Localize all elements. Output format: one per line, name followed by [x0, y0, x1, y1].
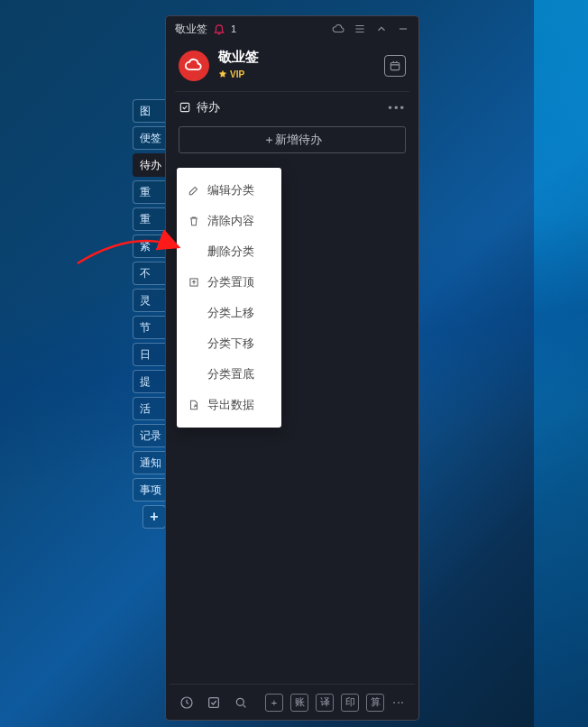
side-tab[interactable]: 重: [133, 180, 166, 204]
ctx-move-up[interactable]: 分类上移: [177, 298, 281, 328]
side-tab[interactable]: 不: [133, 262, 166, 285]
cloud-sync-icon[interactable]: [332, 23, 345, 35]
app-logo-icon: [179, 51, 209, 81]
more-vertical-icon[interactable]: ⋮: [391, 696, 406, 709]
ctx-pin-top[interactable]: 分类置顶: [177, 267, 281, 298]
ctx-edit-category[interactable]: 编辑分类: [177, 175, 281, 206]
side-tab[interactable]: 图: [133, 99, 166, 123]
side-tab[interactable]: 节: [133, 316, 166, 339]
todo-icon: [179, 101, 191, 114]
history-icon[interactable]: [179, 695, 195, 711]
collapse-up-icon[interactable]: [375, 23, 388, 35]
svg-rect-1: [180, 103, 188, 111]
side-tab[interactable]: 提: [133, 370, 166, 393]
ctx-delete-category[interactable]: 删除分类: [177, 236, 281, 267]
titlebar-app-name: 敬业签: [175, 22, 207, 37]
ctx-move-bottom[interactable]: 分类置底: [177, 359, 281, 390]
section-title: 待办: [197, 99, 220, 115]
edit-icon: [188, 184, 200, 197]
ctx-move-down[interactable]: 分类下移: [177, 328, 281, 359]
section-header: 待办 •••: [175, 91, 409, 121]
side-tab[interactable]: 通知: [133, 451, 166, 474]
side-tab[interactable]: 事项: [133, 478, 166, 502]
app-title: 敬业签: [218, 49, 259, 66]
vip-badge: VIP: [218, 69, 244, 79]
minimize-icon[interactable]: [397, 23, 409, 35]
bottom-btn[interactable]: 印: [341, 694, 359, 712]
add-category-button[interactable]: +: [142, 505, 166, 529]
ctx-clear-content[interactable]: 清除内容: [177, 206, 281, 236]
section-more-icon[interactable]: •••: [388, 101, 406, 115]
titlebar: 敬业签 1: [166, 16, 418, 41]
bottom-toolbar: + 账 译 印 算 ⋮: [170, 684, 415, 720]
category-tabs-column: 图 便签 待办 重 重 紧 不 灵 节 日 提 活 记录 通知 事项 +: [133, 99, 166, 532]
svg-rect-3: [209, 697, 219, 707]
new-todo-button[interactable]: ＋新增待办: [179, 126, 406, 153]
side-tab[interactable]: 便签: [133, 126, 166, 150]
side-tab[interactable]: 活: [133, 397, 166, 420]
ctx-export-data[interactable]: 导出数据: [177, 390, 281, 420]
bottom-btn[interactable]: 账: [290, 694, 308, 712]
side-tab[interactable]: 紧: [133, 235, 166, 258]
side-tab[interactable]: 记录: [133, 424, 166, 447]
app-header: 敬业签 VIP: [166, 41, 418, 91]
completed-icon[interactable]: [206, 695, 222, 711]
pin-top-icon: [188, 276, 200, 289]
bottom-btn[interactable]: 算: [366, 694, 384, 712]
side-tab[interactable]: 灵: [133, 289, 166, 312]
side-tab-active[interactable]: 待办: [133, 153, 166, 177]
side-tab[interactable]: 日: [133, 343, 166, 366]
calendar-icon[interactable]: [384, 55, 406, 77]
bottom-btn[interactable]: 译: [316, 694, 334, 712]
svg-point-4: [236, 698, 243, 705]
export-icon: [188, 399, 200, 411]
trash-icon: [188, 215, 200, 227]
side-tab[interactable]: 重: [133, 207, 166, 231]
notification-count: 1: [231, 23, 236, 34]
add-sq-icon[interactable]: +: [265, 694, 283, 712]
category-context-menu: 编辑分类 清除内容 删除分类 分类置顶 分类上移 分类下移 分类置底 导出数据: [177, 168, 281, 428]
search-icon[interactable]: [233, 695, 249, 711]
menu-icon[interactable]: [354, 23, 366, 35]
svg-rect-0: [390, 62, 399, 69]
notification-bell-icon[interactable]: [213, 23, 225, 35]
